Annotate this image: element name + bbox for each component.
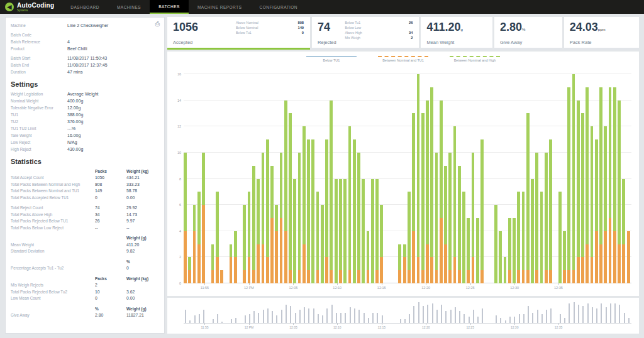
navigator-bar bbox=[340, 313, 341, 324]
bar-segment bbox=[403, 244, 406, 258]
brand-logo[interactable]: ◀ AutoCoding Systems bbox=[0, 0, 62, 14]
statistics-section-title: Statistics bbox=[11, 158, 159, 165]
bar-segment bbox=[563, 231, 566, 270]
settings-value: 430.00g bbox=[67, 147, 83, 151]
nav-item-dashboard[interactable]: DASHBOARD bbox=[62, 0, 108, 14]
bar-segment bbox=[435, 153, 438, 270]
x-axis-label: 12:15 bbox=[377, 286, 386, 290]
x-axis-tick bbox=[337, 283, 338, 285]
settings-value: N/Ag bbox=[67, 140, 77, 144]
x-axis-label: 12:30 bbox=[510, 286, 519, 290]
navigator-bar bbox=[217, 314, 218, 323]
info-label: Duration bbox=[11, 70, 67, 74]
bar-segment bbox=[408, 192, 411, 270]
stats-row: Total Packs Below Low Reject---- bbox=[11, 224, 159, 231]
bar-segment bbox=[270, 218, 274, 283]
navigator-bar bbox=[245, 315, 246, 323]
kpi-substat-row: Mis Weigh2 bbox=[345, 35, 413, 40]
navigator-bar bbox=[231, 319, 232, 323]
mean-weight-value: 411.20g bbox=[426, 21, 462, 34]
x-axis-tick bbox=[249, 283, 250, 285]
stats-header-row: Weight (g) bbox=[11, 235, 159, 242]
kpi-rejected-card[interactable]: 74 Rejected Below Tu126Below LowAbove Hi… bbox=[312, 17, 419, 50]
nav-item-batches[interactable]: BATCHES bbox=[150, 0, 189, 14]
legend-swatch bbox=[306, 56, 357, 57]
x-axis-label: 11:55 bbox=[201, 286, 209, 290]
legend-item-between-nominal-and-tu1[interactable]: Between Nominal and TU1 bbox=[374, 56, 432, 62]
navigator-bar bbox=[500, 318, 501, 323]
bar-segment bbox=[330, 270, 333, 283]
chart-navigator-brush[interactable]: 11:5512 PM12:0512:1012:1512:2012:2512:30… bbox=[184, 302, 631, 324]
stats-weight-value: 14.73 bbox=[126, 212, 159, 217]
kpi-substat-value: 34 bbox=[409, 31, 413, 35]
stats-weight-value: 434.21 bbox=[126, 175, 159, 180]
bar-segment bbox=[412, 113, 415, 231]
stats-weight-value: 9.97 bbox=[126, 219, 159, 223]
stats-packs-value: 34 bbox=[95, 212, 126, 217]
navigator-axis-tick bbox=[558, 323, 559, 325]
bar-segment bbox=[435, 270, 438, 283]
bar-segment bbox=[467, 218, 470, 270]
settings-row: Tolerable Negative Error12.00g bbox=[11, 104, 159, 111]
bar-segment bbox=[453, 257, 457, 283]
bar-segment bbox=[572, 74, 575, 270]
y-axis-label: 2 bbox=[179, 255, 181, 259]
kpi-accepted-card[interactable]: 1056 Accepted Above Nominal808Below Nomi… bbox=[167, 17, 310, 50]
navigator-bar bbox=[185, 310, 186, 323]
navigator-bar bbox=[569, 303, 570, 323]
bar-segment bbox=[275, 205, 278, 231]
bar-segment bbox=[618, 244, 621, 283]
y-axis-label: 16 bbox=[177, 72, 181, 76]
bar-segment bbox=[248, 192, 251, 257]
x-axis-tick bbox=[426, 283, 426, 285]
stats-label: Total Packs Below Low Reject bbox=[11, 226, 95, 230]
bar-segment bbox=[604, 231, 607, 283]
print-icon[interactable]: ⎙ bbox=[155, 21, 160, 28]
stats-label: Percentage Accepts Tu1 - Tu2 bbox=[11, 266, 95, 270]
y-axis-label: 10 bbox=[177, 151, 181, 155]
nav-item-configuration[interactable]: CONFIGURATION bbox=[251, 0, 307, 14]
legend-item-below-tu1[interactable]: Below TU1 bbox=[303, 56, 360, 62]
bar-segment bbox=[526, 113, 530, 270]
bar-segment bbox=[421, 270, 425, 283]
legend-item-between-nominal-and-high[interactable]: Between Nominal and High bbox=[446, 56, 504, 62]
navigator-bar bbox=[473, 310, 474, 323]
settings-label: TU1 bbox=[11, 112, 67, 117]
navigator-bar bbox=[350, 307, 351, 323]
kpi-give-away-card[interactable]: 2.80% Give Away bbox=[494, 17, 562, 50]
kpi-pack-rate-card[interactable]: 24.03ppm Pack Rate bbox=[564, 17, 639, 50]
bar-segment bbox=[604, 126, 607, 231]
y-axis-label: 4 bbox=[179, 229, 181, 233]
navigator-bar bbox=[441, 305, 442, 323]
kpi-mean-weight-card[interactable]: 411.20g Mean Weight bbox=[421, 17, 492, 50]
bar-segment bbox=[307, 139, 310, 270]
bar-segment bbox=[325, 139, 328, 257]
bar-segment bbox=[531, 179, 534, 284]
navigator-bar bbox=[578, 305, 579, 323]
stats-row: Total Packs Rejected Below TU1269.97 bbox=[11, 218, 159, 225]
navigator-axis-tick bbox=[514, 323, 515, 325]
nav-item-machine-reports[interactable]: MACHINE REPORTS bbox=[189, 0, 251, 14]
stats-col1-header: % bbox=[95, 307, 126, 311]
bar-segment bbox=[517, 192, 520, 270]
navigator-bar bbox=[592, 307, 593, 323]
navigator-bar bbox=[514, 317, 515, 323]
kpi-substat-value: 26 bbox=[409, 21, 413, 25]
batch-weight-chart-card: Below TU1Between Nominal and TU1Between … bbox=[167, 52, 639, 296]
navigator-bar bbox=[519, 314, 520, 323]
bar-segment bbox=[426, 101, 429, 244]
stats-col1-header: Packs bbox=[95, 276, 126, 281]
bar-segment bbox=[330, 101, 333, 271]
navigator-bar bbox=[299, 310, 301, 323]
kpi-card-row: 1056 Accepted Above Nominal808Below Nomi… bbox=[167, 17, 639, 50]
nav-item-machines[interactable]: MACHINES bbox=[108, 0, 150, 14]
stats-weight-value: 0 bbox=[126, 266, 159, 270]
bar-segment bbox=[572, 270, 575, 283]
navigator-bar bbox=[400, 319, 401, 323]
bar-segment bbox=[303, 244, 306, 283]
bar-segment bbox=[266, 257, 269, 283]
navigator-bar bbox=[496, 315, 497, 323]
navigator-bar bbox=[614, 303, 616, 323]
settings-value: 388.00g bbox=[67, 112, 83, 117]
settings-label: TU1 TU2 Limit bbox=[11, 126, 67, 131]
